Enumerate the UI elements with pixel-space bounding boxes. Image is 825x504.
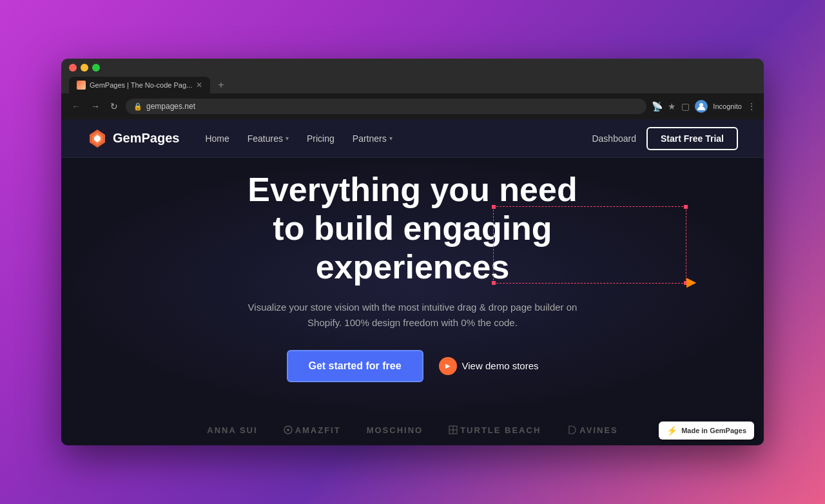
traffic-lights xyxy=(69,64,756,72)
logo-text: GemPages xyxy=(113,131,179,146)
brand-anna-sui: ANNA SUI xyxy=(207,425,257,435)
browser-chrome: GemPages | The No-code Pag... ✕ + xyxy=(61,59,764,93)
dashboard-link[interactable]: Dashboard xyxy=(592,133,636,144)
hero-section: ▶ Everything you need to build engaging … xyxy=(61,158,764,414)
bookmark-icon[interactable]: ★ xyxy=(668,101,676,111)
start-trial-button[interactable]: Start Free Trial xyxy=(646,127,738,150)
tab-close-button[interactable]: ✕ xyxy=(196,81,202,90)
brand-turtle-beach: TURTLE BEACH xyxy=(449,425,541,435)
logo[interactable]: GemPages xyxy=(87,128,179,149)
tab-favicon xyxy=(77,81,86,90)
browser-toolbar: ← → ↻ 🔒 gempages.net 📡 ★ ▢ Incognito ⋮ xyxy=(61,93,764,119)
toolbar-actions: 📡 ★ ▢ Incognito ⋮ xyxy=(652,100,756,113)
brand-davines: avines xyxy=(567,425,617,435)
brand-amazfit: AMAZFIT xyxy=(284,425,341,435)
new-tab-button[interactable]: + xyxy=(213,77,229,93)
cursor-icon: ▶ xyxy=(686,274,696,289)
close-traffic-light[interactable] xyxy=(69,64,77,72)
avatar[interactable] xyxy=(695,100,708,113)
minimize-traffic-light[interactable] xyxy=(81,64,88,72)
back-button[interactable]: ← xyxy=(69,99,83,114)
window-icon[interactable]: ▢ xyxy=(681,101,690,111)
nav-features[interactable]: Features ▾ xyxy=(248,133,289,144)
incognito-label: Incognito xyxy=(713,102,742,110)
active-tab[interactable]: GemPages | The No-code Pag... ✕ xyxy=(69,77,210,93)
url-text: gempages.net xyxy=(146,102,195,111)
refresh-button[interactable]: ↻ xyxy=(108,99,121,114)
nav-actions: Dashboard Start Free Trial xyxy=(592,127,738,150)
play-icon: ▶ xyxy=(439,357,457,375)
nav-links: Home Features ▾ Pricing Partners ▾ xyxy=(205,133,592,144)
logo-icon xyxy=(87,128,108,149)
browser-tabs: GemPages | The No-code Pag... ✕ + xyxy=(69,77,756,93)
brand-moschino: MOSCHINO xyxy=(367,425,423,435)
partners-dropdown-arrow: ▾ xyxy=(389,135,393,142)
maximize-traffic-light[interactable] xyxy=(92,64,100,72)
badge-icon: ⚡ xyxy=(666,425,677,436)
main-nav: GemPages Home Features ▾ Pricing Partner… xyxy=(61,119,764,158)
nav-partners[interactable]: Partners ▾ xyxy=(353,133,393,144)
website-content: GemPages Home Features ▾ Pricing Partner… xyxy=(61,119,764,445)
cast-icon[interactable]: 📡 xyxy=(652,101,663,111)
features-dropdown-arrow: ▾ xyxy=(286,135,289,142)
svg-point-5 xyxy=(287,429,289,431)
gempages-badge[interactable]: ⚡ Made in GemPages xyxy=(659,422,754,440)
hero-title: Everything you need to build engaging ex… xyxy=(180,171,645,286)
forward-button[interactable]: → xyxy=(88,99,102,114)
nav-home[interactable]: Home xyxy=(205,133,229,144)
hero-buttons: Get started for free ▶ View demo stores xyxy=(287,350,539,382)
lock-icon: 🔒 xyxy=(133,102,142,111)
get-started-button[interactable]: Get started for free xyxy=(287,350,423,382)
tab-title: GemPages | The No-code Pag... xyxy=(90,81,192,89)
nav-pricing[interactable]: Pricing xyxy=(307,133,335,144)
selection-handle-tr xyxy=(684,205,688,209)
view-demo-button[interactable]: ▶ View demo stores xyxy=(439,357,539,375)
menu-icon[interactable]: ⋮ xyxy=(747,101,756,111)
badge-label: Made in GemPages xyxy=(681,427,746,434)
view-demo-label: View demo stores xyxy=(462,360,539,371)
hero-subtitle: Visualize your store vision with the mos… xyxy=(238,300,587,331)
browser-window: GemPages | The No-code Pag... ✕ + ← → ↻ … xyxy=(61,59,764,445)
address-bar[interactable]: 🔒 gempages.net xyxy=(126,99,646,114)
